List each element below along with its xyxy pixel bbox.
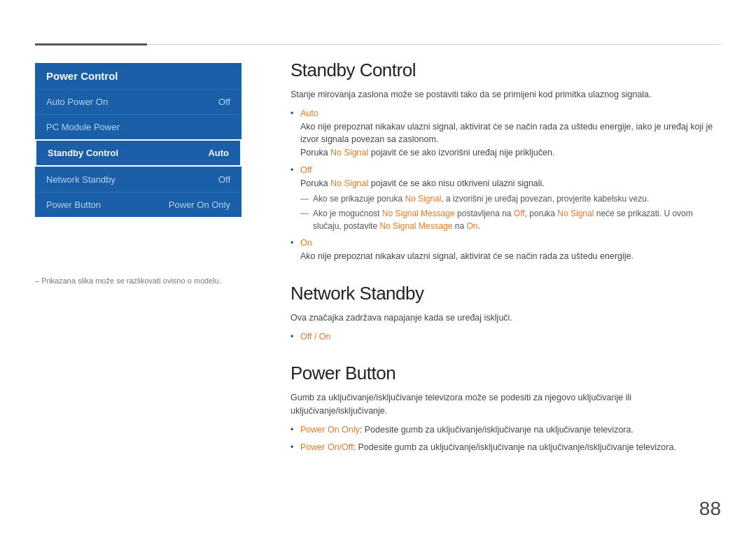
sidebar-item-value: Auto <box>208 148 229 158</box>
power-button-list: Power On Only: Podesite gumb za uključiv… <box>290 423 721 454</box>
footnote: – Prikazana slika može se razlikovati ov… <box>35 276 221 285</box>
sidebar-item-value: Off <box>218 174 230 185</box>
sidebar-item-value: Off <box>218 97 230 107</box>
network-standby-bullet: Off / On <box>290 330 721 344</box>
bullet-text-off: Poruka No Signal pojavit će se ako nisu … <box>300 178 545 188</box>
sidebar-item-pc-module[interactable]: PC Module Power <box>35 114 241 139</box>
standby-control-heading: Standby Control <box>290 59 721 81</box>
section-power-button: Power Button Gumb za uključivanje/isklju… <box>290 363 721 454</box>
power-on-off-bullet: Power On/Off: Podesite gumb za uključiva… <box>290 441 721 454</box>
standby-control-list: Auto Ako nije prepoznat nikakav ulazni s… <box>290 107 721 263</box>
standby-sub-list: Ako se prikazuje poruka No Signal, a izv… <box>300 192 721 232</box>
sidebar-item-power-button[interactable]: Power Button Power On Only <box>35 192 241 217</box>
section-standby-control: Standby Control Stanje mirovanja zaslona… <box>290 59 721 263</box>
bullet-label-auto: Auto <box>300 108 318 118</box>
power-button-description: Gumb za uključivanje/isključivanje telev… <box>290 391 721 418</box>
standby-control-description: Stanje mirovanja zaslona može se postavi… <box>290 88 721 101</box>
no-signal-ref-4: No Signal <box>557 209 594 218</box>
bullet-text-on: Ako nije prepoznat nikakav ulazni signal… <box>300 251 634 261</box>
top-line-light <box>147 44 721 45</box>
power-on-off-text: : Podesite gumb za uključivanje/isključi… <box>354 442 676 452</box>
power-on-only-label: Power On Only <box>300 425 360 435</box>
standby-sub-item-2: Ako je mogućnost No Signal Message posta… <box>300 207 721 232</box>
section-network-standby: Network Standby Ova značajka zadržava na… <box>290 283 721 344</box>
bullet-label-off: Off <box>300 165 312 175</box>
sidebar-item-label: Auto Power On <box>46 97 108 107</box>
network-standby-list: Off / On <box>290 330 721 344</box>
power-on-off-label: Power On/Off <box>300 442 354 452</box>
sidebar-item-label: Standby Control <box>48 148 118 158</box>
bullet-label-on: On <box>300 238 312 248</box>
network-standby-heading: Network Standby <box>290 283 721 304</box>
no-signal-ref-1: No Signal <box>330 148 368 157</box>
sidebar-item-auto-power-on[interactable]: Auto Power On Off <box>35 89 241 114</box>
standby-bullet-on: On Ako nije prepoznat nikakav ulazni sig… <box>290 237 721 263</box>
bullet-text-auto: Ako nije prepoznat nikakav ulazni signal… <box>300 122 713 145</box>
top-decoration <box>35 43 721 45</box>
no-signal-msg-ref-1: No Signal Message <box>382 209 455 218</box>
on-ref-1: On <box>466 221 477 231</box>
no-signal-ref-3: No Signal <box>405 194 441 204</box>
page-number: 88 <box>699 498 721 520</box>
main-content: Standby Control Stanje mirovanja zaslona… <box>290 59 721 473</box>
sidebar-item-label: PC Module Power <box>46 122 120 132</box>
sidebar-item-network-standby[interactable]: Network Standby Off <box>35 167 241 192</box>
sidebar-item-label: Network Standby <box>46 174 115 185</box>
sidebar-item-standby-control[interactable]: Standby Control Auto <box>35 139 241 167</box>
no-signal-ref-2: No Signal <box>330 178 368 188</box>
standby-sub-item-1: Ako se prikazuje poruka No Signal, a izv… <box>300 192 721 205</box>
off-on-label: Off / On <box>300 332 331 342</box>
top-line-dark <box>35 43 147 45</box>
no-signal-msg-ref-2: No Signal Message <box>379 221 452 231</box>
sidebar-item-label: Power Button <box>46 199 101 210</box>
standby-bullet-off: Off Poruka No Signal pojavit će se ako n… <box>290 164 721 233</box>
power-button-heading: Power Button <box>290 363 721 384</box>
sidebar-item-value: Power On Only <box>169 199 230 210</box>
power-on-only-bullet: Power On Only: Podesite gumb za uključiv… <box>290 423 721 437</box>
bullet-subtext-auto: Poruka No Signal pojavit će se ako izvor… <box>300 148 554 157</box>
sidebar-title: Power Control <box>35 63 241 89</box>
power-on-only-text: : Podesite gumb za uključivanje/isključi… <box>360 425 634 435</box>
off-ref-1: Off <box>514 209 525 218</box>
sidebar: Power Control Auto Power On Off PC Modul… <box>35 63 241 217</box>
network-standby-description: Ova značajka zadržava napajanje kada se … <box>290 311 721 325</box>
standby-bullet-auto: Auto Ako nije prepoznat nikakav ulazni s… <box>290 107 721 160</box>
